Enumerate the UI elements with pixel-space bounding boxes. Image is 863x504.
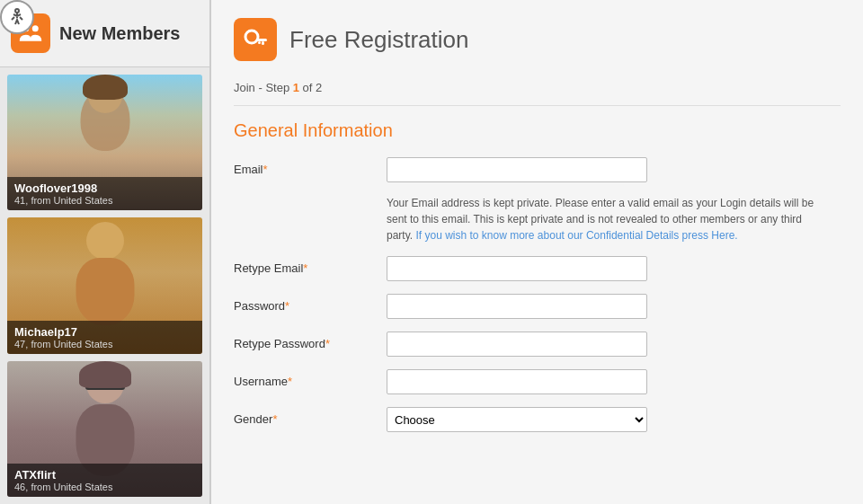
member-info: Wooflover1998 41, from United States bbox=[7, 177, 202, 210]
page-header: Free Registration bbox=[234, 18, 841, 61]
svg-point-3 bbox=[245, 31, 258, 43]
retype-email-label: Retype Email* bbox=[234, 256, 378, 275]
main-content: Free Registration Join - Step 1 of 2 Gen… bbox=[211, 0, 863, 504]
password-label: Password* bbox=[234, 294, 378, 313]
svg-point-2 bbox=[32, 25, 39, 31]
sidebar: New Members Wooflover1998 41, from Unite… bbox=[0, 0, 211, 504]
username-label: Username* bbox=[234, 369, 378, 388]
svg-rect-4 bbox=[256, 39, 267, 41]
svg-rect-6 bbox=[258, 41, 261, 44]
username-field-group: Username* bbox=[234, 369, 841, 394]
username-input[interactable] bbox=[387, 369, 647, 394]
accessibility-button[interactable] bbox=[0, 0, 34, 34]
retype-email-input[interactable] bbox=[387, 256, 647, 281]
page-title: Free Registration bbox=[289, 26, 468, 54]
step-indicator: Join - Step 1 of 2 bbox=[234, 81, 841, 106]
email-label: Email* bbox=[234, 157, 378, 176]
sidebar-title: New Members bbox=[59, 23, 181, 44]
password-input[interactable] bbox=[387, 294, 647, 319]
member-name: Wooflover1998 bbox=[14, 181, 195, 195]
confidential-details-link[interactable]: If you wish to know more about our Confi… bbox=[415, 229, 737, 242]
list-item[interactable]: ATXflirt 46, from United States bbox=[7, 361, 202, 497]
sidebar-members-list: Wooflover1998 41, from United States Mic… bbox=[0, 67, 209, 504]
gender-label: Gender* bbox=[234, 407, 378, 426]
member-details: 46, from United States bbox=[14, 482, 195, 492]
email-input[interactable] bbox=[387, 157, 647, 182]
member-details: 47, from United States bbox=[14, 339, 195, 349]
svg-rect-5 bbox=[262, 41, 264, 45]
svg-point-0 bbox=[15, 9, 19, 13]
retype-password-field-group: Retype Password* bbox=[234, 332, 841, 357]
email-note: Your Email address is kept private. Plea… bbox=[387, 195, 827, 243]
member-name: Michaelp17 bbox=[14, 325, 195, 339]
retype-email-field-group: Retype Email* bbox=[234, 256, 841, 281]
gender-select[interactable]: Choose Male Female bbox=[387, 407, 647, 432]
member-name: ATXflirt bbox=[14, 468, 195, 482]
password-field-group: Password* bbox=[234, 294, 841, 319]
email-field-group: Email* bbox=[234, 157, 841, 182]
list-item[interactable]: Michaelp17 47, from United States bbox=[7, 217, 202, 353]
member-details: 41, from United States bbox=[14, 195, 195, 206]
step-number: 1 bbox=[293, 81, 299, 94]
section-title: General Information bbox=[234, 120, 841, 141]
retype-password-label: Retype Password* bbox=[234, 332, 378, 350]
list-item[interactable]: Wooflover1998 41, from United States bbox=[7, 75, 202, 210]
retype-password-input[interactable] bbox=[387, 332, 647, 357]
member-info: ATXflirt 46, from United States bbox=[7, 464, 202, 497]
registration-icon bbox=[234, 18, 277, 61]
member-info: Michaelp17 47, from United States bbox=[7, 321, 202, 354]
gender-field-group: Gender* Choose Male Female bbox=[234, 407, 841, 432]
